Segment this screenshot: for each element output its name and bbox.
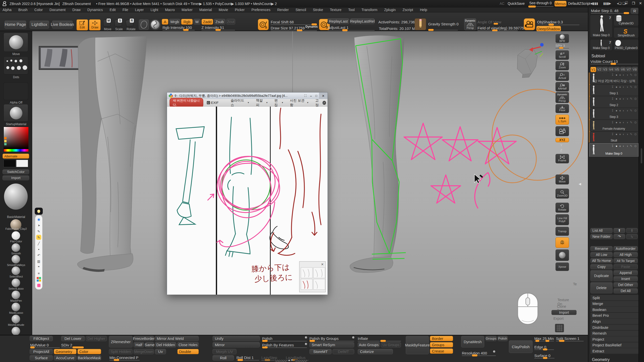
store-mt-button[interactable]: StoreMT — [309, 349, 332, 354]
ghost-button[interactable] — [555, 237, 569, 248]
quick-item-meshproject[interactable] — [12, 327, 20, 335]
texture-import-button[interactable]: Import — [551, 310, 577, 315]
z-intensity-slider[interactable]: Z Intensity 51 — [202, 25, 224, 30]
second-tool-thumb[interactable]: 7 Make Step 0 — [590, 39, 613, 51]
dynamesh-groups-button[interactable]: Groups — [486, 336, 497, 341]
alpha-thumb[interactable] — [4, 82, 28, 100]
resolution-dot[interactable] — [493, 350, 495, 353]
all-to-home-button[interactable]: All To Home — [590, 258, 613, 263]
tool-thumb-move[interactable] — [4, 33, 28, 52]
menu-render[interactable]: Render — [277, 8, 289, 12]
make-step-track[interactable] — [591, 13, 629, 14]
menu-marker[interactable]: Marker — [182, 8, 193, 12]
panel-row-boolean[interactable]: Boolean — [590, 307, 640, 312]
zsub-button[interactable]: Zsub — [214, 19, 225, 25]
menu-stroke[interactable]: Stroke — [313, 8, 323, 12]
subtool-polypaint2-icon[interactable]: ● — [619, 97, 621, 101]
import-button[interactable]: Import — [3, 175, 29, 180]
quick-item-flat-color[interactable] — [12, 231, 20, 240]
z-intensity-knob[interactable] — [215, 29, 221, 31]
menu-layer[interactable]: Layer — [135, 8, 144, 12]
double-button[interactable]: Double — [177, 349, 199, 354]
roll-button[interactable]: Roll — [213, 355, 234, 360]
del-higher-button[interactable]: Del Higher — [86, 336, 107, 341]
local-symmetry-button[interactable]: L.Sym — [555, 115, 569, 125]
inflate-track[interactable] — [358, 341, 401, 341]
cursor-tool-icon[interactable]: ➤ — [35, 222, 42, 229]
subtool-visibility-eye-icon[interactable]: ⊙ — [634, 73, 637, 77]
morph-uv-button[interactable]: Morph UV — [213, 349, 236, 354]
subtool-polypaint2-icon[interactable]: ● — [619, 109, 621, 112]
folder-redo-button[interactable]: ↷ — [614, 234, 625, 239]
quick-item-smoothvalleys[interactable] — [12, 255, 20, 263]
swatch-yellow[interactable] — [4, 140, 7, 142]
del-lower-button[interactable]: Del Lower — [61, 336, 85, 341]
subtool-tab-v8[interactable]: V8 — [632, 67, 638, 72]
subtool-row[interactable]: ↧●●◐◑✎⊙9강 여성 2단계 바디 각상 - 상체 — [589, 72, 638, 84]
menu-material[interactable]: Material — [199, 8, 212, 12]
subtool-halfcircle-icon[interactable]: ◐ — [623, 121, 624, 124]
replay-last-button[interactable]: ReplayLast — [328, 18, 349, 24]
edge-knob[interactable] — [543, 348, 547, 350]
subtool-visibility-eye-icon[interactable]: ⊙ — [634, 109, 637, 112]
color-picker[interactable] — [4, 127, 28, 152]
fov-track[interactable] — [477, 30, 518, 31]
resolution-knob[interactable] — [472, 354, 477, 356]
subtool-header[interactable]: Subtool — [591, 54, 605, 58]
image-viewer-window[interactable]: 9 - 다리(허벅지, 무릎, 종아리) > e949b04908c2fb0d9… — [167, 92, 328, 295]
rgb-intensity-track[interactable] — [163, 30, 195, 30]
restore-button[interactable]: ❐ — [632, 1, 635, 5]
dynamic-label[interactable]: Dynamic — [305, 25, 318, 28]
camera-lock-button[interactable] — [555, 126, 569, 136]
subtool-tab-v2[interactable]: V2 — [596, 67, 602, 72]
all-low-button[interactable]: All Low — [590, 252, 613, 257]
visible-count-knob[interactable] — [611, 63, 616, 65]
polyframe-button[interactable]: Line Fill PolyF — [555, 214, 569, 225]
r-button[interactable]: R — [631, 8, 639, 14]
quick-item-selectrect[interactable] — [12, 266, 20, 275]
list-icon[interactable]: ≡ — [36, 271, 41, 276]
palette-icon[interactable] — [36, 277, 41, 282]
subtool-flatten-icon[interactable]: ↧ — [611, 85, 614, 89]
secondary-color-swatch[interactable] — [16, 160, 28, 167]
recent-tool-cylinder[interactable]: Cylinder3D — [614, 15, 639, 26]
quick-item-meshextrude[interactable] — [12, 315, 20, 323]
dynamesh-polish-button[interactable]: Polish — [498, 336, 508, 341]
del-all-button[interactable]: Del All — [614, 288, 638, 293]
viewer-maximize-button[interactable]: □ — [315, 94, 317, 98]
smart-resym-button[interactable]: Smart ReSym — [309, 342, 354, 347]
min-connected-knob[interactable] — [114, 359, 119, 361]
panel-row-split[interactable]: Split — [590, 295, 640, 301]
menu-stencil[interactable]: Stencil — [296, 8, 306, 12]
unify-button[interactable]: Unify — [213, 336, 260, 341]
subtool-visibility-eye-icon[interactable]: ⊙ — [634, 121, 637, 124]
subtool-polypaint-icon[interactable]: ● — [616, 132, 617, 136]
subtool-polypaint-icon[interactable]: ● — [616, 73, 617, 77]
pbf-track[interactable] — [262, 347, 307, 348]
min-knob[interactable] — [545, 340, 549, 342]
stroke-type-button[interactable] — [139, 19, 149, 30]
subtool-halfcircle-icon[interactable]: ◐ — [623, 144, 624, 148]
subtool-sculpt-pen-icon[interactable]: ✎ — [630, 109, 632, 112]
hscroll-right[interactable] — [295, 359, 307, 362]
rename-button[interactable]: Rename — [590, 246, 613, 251]
bpr-button[interactable]: BPR — [555, 34, 569, 43]
main-color-swatch[interactable] — [4, 160, 16, 167]
zcut-button[interactable]: Zcut — [226, 19, 235, 25]
menu-edit[interactable]: Edit — [110, 8, 116, 12]
default-zscript-button[interactable]: DefaultZScript — [568, 2, 590, 6]
menu-light[interactable]: Light — [151, 8, 158, 12]
menu-file[interactable]: File — [123, 8, 128, 12]
subtool-polypaint-icon[interactable]: ● — [616, 121, 617, 124]
all-high-button[interactable]: All High — [614, 252, 638, 257]
edit-button[interactable]: Edit — [76, 19, 88, 30]
switch-color-button[interactable]: SwitchColor — [3, 169, 29, 174]
surface0-slider[interactable]: Surface 0 — [534, 353, 550, 358]
roll-dist-knob[interactable] — [237, 359, 243, 361]
recent-tool-simplebrush[interactable]: S SimpleBrush — [614, 27, 639, 38]
stroke-thumb-dots[interactable] — [4, 56, 28, 74]
quick-item-masklasso[interactable] — [12, 303, 20, 311]
subtool-halfcircle-icon[interactable]: ◐ — [623, 85, 624, 89]
slideshow-menu[interactable]: 슬라이드 쇼▼ — [231, 98, 250, 107]
subtool-contrast-icon[interactable]: ◑ — [626, 121, 628, 124]
